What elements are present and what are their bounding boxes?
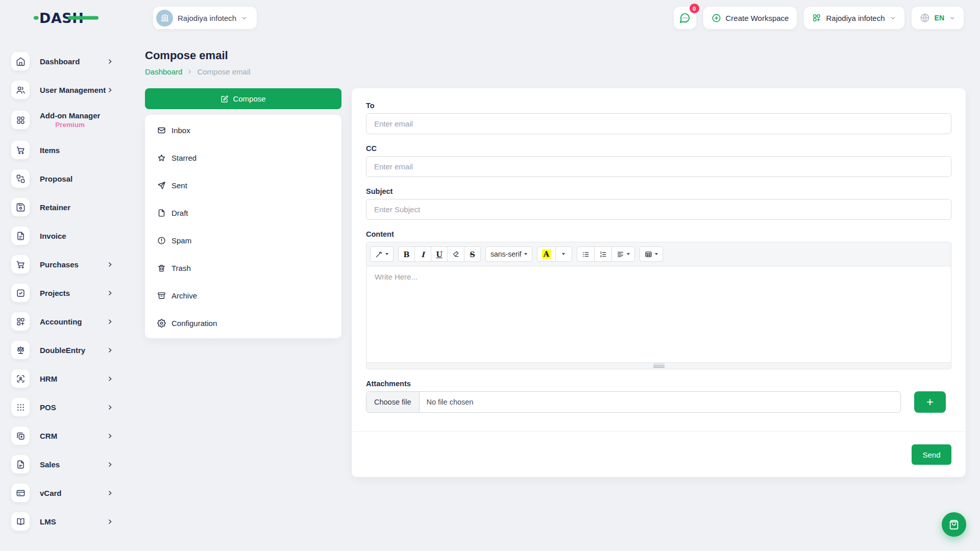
sidebar-item-vcard[interactable]: vCard <box>0 479 132 507</box>
sidebar-item-dashboard[interactable]: Dashboard <box>0 47 132 76</box>
send-button[interactable]: Send <box>912 444 951 465</box>
chevron-right-icon <box>107 404 113 411</box>
inbox-icon <box>157 126 166 135</box>
page-title: Compose email <box>145 49 966 62</box>
star-icon <box>157 154 166 162</box>
italic-button[interactable]: I <box>414 246 431 262</box>
to-input[interactable] <box>366 113 951 134</box>
sidebar-item-add-on-manager[interactable]: Add-on Manager Premium <box>0 104 132 136</box>
dots-grid-icon <box>11 398 30 416</box>
user-scan-icon <box>11 369 30 388</box>
mail-folder-draft[interactable]: Draft <box>145 199 341 227</box>
sidebar-item-retainer[interactable]: Retainer <box>0 193 132 221</box>
cc-input[interactable] <box>366 156 951 177</box>
choose-file-button[interactable]: Choose file <box>366 392 420 412</box>
chevron-right-icon <box>107 518 113 525</box>
cart-icon <box>11 255 30 273</box>
sidebar-item-hrm[interactable]: HRM <box>0 364 132 393</box>
language-code: EN <box>935 14 944 22</box>
sidebar: Dashboard User Management <box>0 36 132 536</box>
underline-button[interactable]: U <box>431 246 448 262</box>
font-color-button[interactable]: A <box>537 246 556 262</box>
breadcrumb: Dashboard Compose email <box>145 67 966 76</box>
premium-badge: Premium <box>40 121 100 129</box>
file-icon <box>11 455 30 473</box>
rich-text-editor: B I U S sans-serif <box>366 242 951 369</box>
chevron-right-icon <box>107 58 113 65</box>
font-color-caret-button[interactable] <box>555 246 572 262</box>
breadcrumb-dashboard-link[interactable]: Dashboard <box>145 67 182 76</box>
mail-folder-inbox[interactable]: Inbox <box>145 116 341 144</box>
workspace-name: Rajodiya infotech <box>178 14 236 22</box>
messages-button[interactable]: 0 <box>674 7 696 29</box>
font-family-button[interactable]: sans-serif <box>485 246 532 262</box>
company-menu-button[interactable]: Rajodiya infotech <box>804 7 904 29</box>
cc-label: CC <box>366 144 951 153</box>
check-square-icon <box>11 284 30 302</box>
caret-icon <box>655 253 658 255</box>
table-icon <box>645 251 652 258</box>
breadcrumb-current: Compose email <box>197 67 250 76</box>
sidebar-item-user-management[interactable]: User Management <box>0 76 132 104</box>
sidebar-item-items[interactable]: Items <box>0 136 132 164</box>
svg-text:1: 1 <box>600 251 602 254</box>
shopping-bag-icon <box>948 519 960 530</box>
sidebar-item-sales[interactable]: Sales <box>0 450 132 479</box>
workspace-selector[interactable]: Rajodiya infotech <box>153 7 257 29</box>
create-workspace-button[interactable]: Create Workspace <box>703 7 797 29</box>
attachment-file-input[interactable]: Choose file No file chosen <box>366 391 901 413</box>
subject-input[interactable] <box>366 199 951 220</box>
magic-wand-icon <box>375 251 383 258</box>
unordered-list-button[interactable] <box>577 246 595 262</box>
grid-icon <box>11 111 30 129</box>
caret-icon <box>524 253 527 255</box>
bold-button[interactable]: B <box>398 246 415 262</box>
compose-button[interactable]: Compose <box>145 88 341 109</box>
scale-icon <box>11 341 30 359</box>
chevron-down-icon <box>949 15 955 21</box>
sidebar-item-accounting[interactable]: Accounting <box>0 307 132 336</box>
store-fab-button[interactable] <box>942 512 966 537</box>
card-icon <box>11 484 30 502</box>
sidebar-item-invoice[interactable]: Invoice <box>0 221 132 250</box>
resize-grip-icon <box>653 364 665 368</box>
mail-folder-trash[interactable]: Trash <box>145 254 341 282</box>
style-magic-button[interactable] <box>370 246 394 262</box>
chat-icon <box>679 12 691 24</box>
editor-resize-handle[interactable] <box>366 362 951 369</box>
mail-folder-configuration[interactable]: Configuration <box>145 309 341 337</box>
plus-circle-icon <box>712 13 721 23</box>
ordered-list-button[interactable]: 12 <box>594 246 612 262</box>
eraser-icon <box>452 251 459 258</box>
caret-icon <box>562 253 565 255</box>
add-attachment-button[interactable]: + <box>914 391 946 413</box>
subject-label: Subject <box>366 187 951 195</box>
top-header: DASH Rajodiya infotech 0 Create Workspac… <box>0 0 980 36</box>
sidebar-item-doubleentry[interactable]: DoubleEntry <box>0 336 132 364</box>
sidebar-item-purchases[interactable]: Purchases <box>0 250 132 279</box>
svg-text:2: 2 <box>600 255 602 258</box>
insert-table-button[interactable] <box>640 246 663 262</box>
strikethrough-button[interactable]: S <box>464 246 481 262</box>
sidebar-item-projects[interactable]: Projects <box>0 279 132 307</box>
chevron-right-icon <box>107 290 113 296</box>
clear-format-button[interactable] <box>447 246 464 262</box>
chevron-right-icon <box>107 375 113 382</box>
sidebar-item-lms[interactable]: LMS <box>0 507 132 536</box>
building-icon <box>156 10 173 27</box>
sidebar-item-crm[interactable]: CRM <box>0 421 132 450</box>
chevron-right-icon <box>107 261 113 268</box>
mail-folder-starred[interactable]: Starred <box>145 144 341 171</box>
mail-folder-sent[interactable]: Sent <box>145 171 341 199</box>
sidebar-item-pos[interactable]: POS <box>0 393 132 421</box>
app-logo[interactable]: DASH <box>34 8 100 28</box>
chevron-right-icon <box>107 461 113 468</box>
paragraph-align-button[interactable] <box>611 246 635 262</box>
language-selector[interactable]: EN <box>912 7 964 29</box>
mail-folder-spam[interactable]: Spam <box>145 227 341 254</box>
sidebar-item-proposal[interactable]: Proposal <box>0 164 132 193</box>
send-icon <box>157 181 166 190</box>
gear-icon <box>157 319 166 328</box>
mail-folder-archive[interactable]: Archive <box>145 282 341 309</box>
editor-content[interactable]: Write Here... <box>366 266 951 362</box>
